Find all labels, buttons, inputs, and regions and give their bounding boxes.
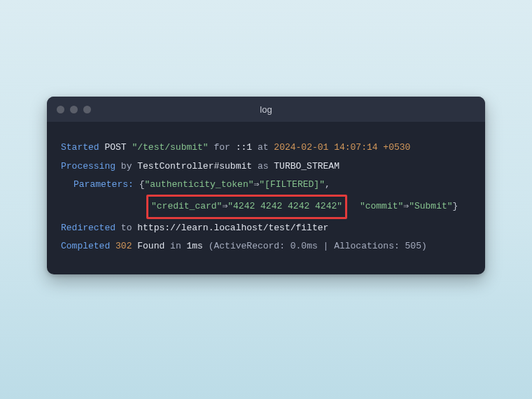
param-key-creditcard: "credit_card": [151, 201, 222, 211]
response-format: TURBO_STREAM: [274, 161, 340, 172]
sensitive-param-highlight: "credit_card"⇒"4242 4242 4242 4242": [146, 195, 347, 219]
keyword-redirected: Redirected: [61, 223, 115, 233]
titlebar: log: [47, 97, 485, 122]
client-ip: ::1: [236, 142, 252, 153]
log-line-completed: Completed 302 Found in 1ms (ActiveRecord…: [61, 237, 471, 256]
controller-action: TestController#submit: [137, 161, 252, 172]
word-at: at: [258, 142, 269, 153]
maximize-icon[interactable]: [83, 106, 91, 113]
log-line-redirected: Redirected to https://learn.localhost/te…: [61, 219, 471, 238]
word-in: in: [170, 241, 181, 251]
timestamp: 2024-02-01 14:07:14 +0530: [274, 142, 410, 153]
word-as: as: [258, 161, 269, 172]
completion-details: (ActiveRecord: 0.0ms | Allocations: 505): [209, 241, 427, 251]
parameters-label: Parameters:: [74, 179, 134, 190]
keyword-started: Started: [61, 142, 99, 153]
redirect-url: https://learn.localhost/test/filter: [137, 223, 328, 233]
word-by: by: [121, 161, 132, 172]
http-method: POST: [104, 142, 126, 153]
keyword-processing: Processing: [61, 161, 115, 172]
param-value-filtered: "[FILTERED]": [259, 179, 325, 190]
comma: ,: [325, 179, 330, 190]
terminal-window: log Started POST "/test/submit" for ::1 …: [47, 97, 485, 274]
log-line-parameters-continued: "credit_card"⇒"4242 4242 4242 4242" "com…: [61, 195, 471, 219]
brace-close: }: [453, 201, 458, 211]
log-line-started: Started POST "/test/submit" for ::1 at 2…: [61, 139, 471, 158]
word-for: for: [214, 142, 230, 153]
close-icon[interactable]: [57, 106, 64, 113]
log-line-parameters: Parameters: {"authenticity_token"⇒"[FILT…: [61, 176, 471, 195]
param-value-creditcard: "4242 4242 4242 4242": [227, 201, 342, 211]
window-title: log: [47, 104, 485, 115]
param-key-commit: "commit": [360, 201, 403, 211]
status-text: Found: [137, 241, 164, 251]
arrow-icon: ⇒: [403, 201, 409, 211]
param-key-authtoken: "authenticity_token": [144, 179, 253, 190]
duration: 1ms: [187, 241, 203, 251]
minimize-icon[interactable]: [70, 106, 78, 113]
keyword-completed: Completed: [61, 241, 110, 251]
request-path: "/test/submit": [132, 142, 208, 153]
status-code: 302: [115, 241, 132, 251]
param-value-commit: "Submit": [409, 201, 452, 211]
log-line-processing: Processing by TestController#submit as T…: [61, 158, 471, 176]
log-output: Started POST "/test/submit" for ::1 at 2…: [47, 122, 485, 274]
word-to: to: [121, 223, 132, 233]
window-controls[interactable]: [57, 106, 91, 113]
